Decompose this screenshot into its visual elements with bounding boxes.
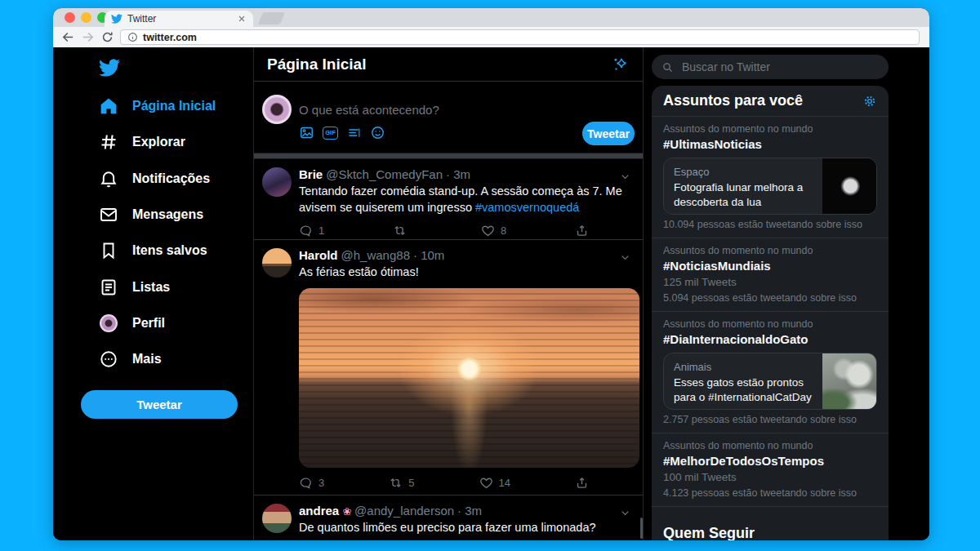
timeline-column: Página Inicial O que está acontecendo? G… [254,47,644,540]
list-icon [99,278,118,297]
sidebar-item-profile[interactable]: Perfil [53,305,253,341]
trend-preview-card[interactable]: Animais Esses gatos estão prontos para o… [663,353,877,410]
trend-topic: Animais [674,361,813,373]
tweet-photo-sunset[interactable] [299,288,639,468]
twitter-page: Página Inicial Explorar Notificações [53,47,929,540]
share-button[interactable] [575,476,589,490]
gear-icon[interactable] [862,94,877,109]
right-column: Assuntos para você Assuntos do momento n… [652,47,889,540]
compose-tweet-button[interactable]: Tweetar [582,122,635,145]
trend-hashtag[interactable]: #NoticiasMundiais [663,259,877,273]
more-circle-icon [99,349,118,369]
tweet-time: · 3m [457,504,482,518]
reply-icon [299,476,313,490]
share-icon [575,476,589,490]
scrollbar-thumb[interactable] [640,518,643,539]
reload-icon[interactable] [100,30,114,44]
sidebar-nav: Página Inicial Explorar Notificações [53,88,253,377]
address-bar[interactable]: twitter.com [120,29,920,45]
trend-preview-card[interactable]: Espaço Fotografia lunar melhora a descob… [663,158,877,215]
tweet-actions: 3 5 14 [299,476,589,490]
retweet-button[interactable] [393,224,412,238]
trends-title: Assuntos para você [663,92,803,109]
avatar[interactable] [262,95,292,124]
avatar[interactable] [262,167,292,197]
tweet-text: As férias estão ótimas! [299,264,626,281]
tweet[interactable]: andrea ❀ @andy_landerson · 3m De quantos… [254,495,643,540]
timeline-header: Página Inicial [254,47,643,82]
like-button[interactable]: 14 [479,476,510,490]
tweet-handle[interactable]: @andy_landerson [354,504,454,518]
trend-hashtag[interactable]: #MelhorDeTodosOsTempos [663,454,877,468]
trend-item[interactable]: Assuntos do momento no mundo #DiaInterna… [652,312,889,433]
media-icon[interactable] [299,125,314,140]
search-bar[interactable] [652,55,889,79]
tweet-handle[interactable]: @Sktch_ComedyFan [326,167,443,181]
reply-button[interactable]: 1 [299,224,324,238]
share-icon [575,224,589,238]
like-button[interactable]: 8 [481,224,506,238]
new-tab-button[interactable] [258,12,285,24]
chevron-down-icon[interactable] [619,171,631,183]
sparkle-icon[interactable] [612,56,630,73]
url-text: twitter.com [143,32,197,43]
emoji-icon[interactable] [370,125,385,140]
page-info-icon[interactable] [127,32,138,42]
back-icon[interactable] [61,30,75,44]
sidebar-item-bookmarks[interactable]: Itens salvos [53,233,253,269]
avatar[interactable] [262,504,292,533]
heart-icon [479,476,493,490]
trend-item[interactable]: Assuntos do momento no mundo #NoticiasMu… [652,238,889,312]
trend-item[interactable]: Assuntos do momento no mundo #UltimasNot… [652,117,889,238]
trend-headline: Esses gatos estão prontos para o #Intern… [674,375,813,404]
reply-count: 3 [318,477,324,489]
bookmark-icon [99,241,118,260]
tab-close-icon[interactable] [237,14,247,24]
sidebar-item-explore[interactable]: Explorar [53,124,253,160]
who-to-follow-card: Quem Seguir [652,516,889,540]
trend-category: Assuntos do momento no mundo [663,440,877,451]
trend-hashtag[interactable]: #UltimasNoticias [663,137,877,151]
sidebar-item-home[interactable]: Página Inicial [53,88,253,124]
twitter-bird-icon [111,13,122,24]
tab-strip: Twitter [53,8,929,27]
tweet-hashtag-link[interactable]: #vamosvernoquedá [475,201,579,214]
tweet[interactable]: Harold @h_wang88 · 10m As férias estão ó… [254,240,643,495]
reply-button[interactable]: 3 [299,476,324,490]
moon-thumbnail [822,158,876,214]
search-input[interactable] [680,60,879,74]
avatar[interactable] [262,248,292,278]
sidebar-item-notifications[interactable]: Notificações [53,161,253,197]
poll-icon[interactable] [346,125,362,140]
search-icon [662,61,674,73]
hashtag-icon [99,132,118,152]
tweet-author[interactable]: Harold [299,248,338,262]
gif-icon[interactable]: GIF [323,125,338,140]
tweet-handle[interactable]: @h_wang88 [341,248,410,262]
close-window-button[interactable] [65,12,75,23]
compose-box[interactable]: O que está acontecendo? GIF Tweetar [254,82,643,153]
sidebar-item-more[interactable]: Mais [53,341,253,377]
sidebar-item-label: Explorar [132,135,185,149]
left-sidebar: Página Inicial Explorar Notificações [53,47,254,540]
tweet-button[interactable]: Tweetar [81,390,238,419]
compose-toolbar: GIF [299,125,385,140]
minimize-window-button[interactable] [81,12,91,23]
chevron-down-icon[interactable] [619,507,631,519]
retweet-button[interactable]: 5 [389,476,414,490]
chevron-down-icon[interactable] [619,251,631,264]
sidebar-item-label: Página Inicial [132,99,216,113]
share-button[interactable] [575,224,589,238]
sidebar-item-lists[interactable]: Listas [53,269,253,304]
trend-hashtag[interactable]: #DiaInternacionaldoGato [663,332,877,346]
browser-window: Twitter twitter.com [53,8,929,540]
tab-twitter[interactable]: Twitter [105,11,253,27]
tweet-author[interactable]: Brie [299,167,323,181]
tweet-author[interactable]: andrea [299,504,339,518]
compose-placeholder[interactable]: O que está acontecendo? [299,103,439,117]
tweet[interactable]: Brie @Sktch_ComedyFan · 3m Tentando faze… [254,159,643,240]
forward-icon[interactable] [81,30,95,44]
trend-item[interactable]: Assuntos do momento no mundo #MelhorDeTo… [652,433,889,507]
sidebar-item-messages[interactable]: Mensagens [53,197,253,233]
twitter-logo-icon[interactable] [99,57,120,78]
